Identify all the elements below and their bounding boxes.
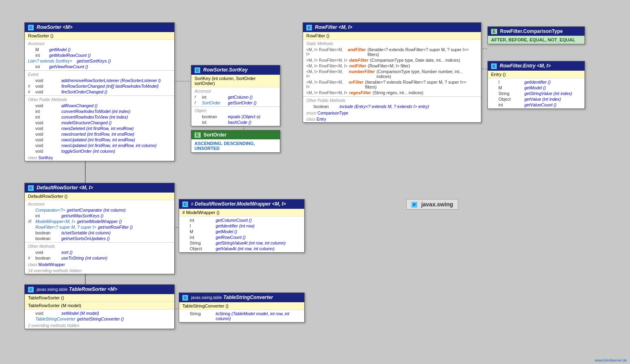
tablerowsorter-pkg: javax.swing.table [37,287,67,292]
drs-row-1: Comparator<?>get/setComparator (int colu… [25,207,174,213]
rf-row-5: <M, I> RowFilter<M, I> orFilter (Iterabl… [303,79,481,90]
modelwrapper-box: C # DefaultRowSorter.ModelWrapper <M, I>… [179,199,305,253]
rowsorter-row-7: #voidfireSortOrderChanged () [25,89,174,95]
rowfilter-body: Static Methods <M, I> RowFilter<M, I> an… [303,40,481,110]
tablestringconverter-body: StringtoString (TableModel model, int ro… [179,310,304,322]
defaultrowsorter-accessor-label: Accessor [25,201,174,207]
rowsorter-title: RowSorter [37,24,61,30]
trs-row-2: TableStringConverterget/setStringConvert… [25,316,174,322]
rowsorter-footer: class SortKey [25,155,174,161]
modelwrapper-body: intgetColumnCount () IgetIdentifier (int… [179,217,304,252]
sortorder-header: E SortOrder [191,130,280,139]
sortkey-row-1: fintgetColumn () [191,94,280,100]
rowsorter-icon: C [28,25,34,30]
mw-row-1: intgetColumnCount () [179,217,304,223]
defaultrowsorter-box: C DefaultRowSorter <M, I> DefaultRowSort… [24,183,175,274]
rowsorter-other-label: Other Public Methods [25,97,174,103]
rowsorter-row-1: MgetModel () [25,47,174,52]
rowfilterentry-constructor: Entry () [488,71,585,78]
tablestringconverter-header: C javax.swing.table TableStringConverter [179,293,304,302]
rowsorter-accessor-label: Accessor [25,41,174,47]
rowsorter-row-5: voidadd/removeRowSorterListener (RowSort… [25,78,174,83]
tablerowsorter-header: C javax.swing.table TableRowSorter <M> [25,285,174,294]
sortkey-header: C RowSorter.SortKey [191,65,280,75]
diagram-container: C RowSorter <M> RowSorter () Accessor Mg… [0,0,630,364]
watermark: www.brindserver.de [595,358,627,362]
rowfilterentry-title: RowFilter.Entry <M, I> [500,63,550,69]
defaultrowsorter-constructor: DefaultRowSorter () [25,193,174,200]
mw-row-3: MgetModel () [179,229,304,234]
rfe-row-1: IgetIdentifier () [488,79,585,85]
drs-row-2: intget/setMaxSortKeys () [25,213,174,219]
rowfilter-footer-class: class Entry [303,116,481,122]
rowsorter-row-12: voidrowsDeleted (int firstRow, int endRo… [25,126,174,131]
drs-row-3: #fModelWrapper<M, I>get/setModelWrapper … [25,219,174,224]
sortkey-icon: C [195,67,200,73]
sortorder-box: E SortOrder ASCENDING, DESCENDING, UNSOR… [191,130,280,153]
sortkey-row-3: booleanequals (Object o) [191,114,280,119]
mw-row-2: IgetIdentifier (int row) [179,223,304,229]
modelwrapper-icon: C [182,202,188,207]
sortkey-box: C RowSorter.SortKey SortKey (int column,… [191,65,280,126]
rowsorter-row-3: List<? extends SortKey> get/setSortKeys … [25,58,174,64]
rfe-row-4: ObjectgetValue (int index) [488,96,585,102]
defaultrowsorter-header: C DefaultRowSorter <M, I> [25,183,174,193]
rf-row-6: <M, I> RowFilter<M, I> regexFilter (Stri… [303,90,481,95]
trs-row-1: voidsetModel (M model) [25,310,174,316]
tablerowsorter-footer: 2 overriding methods hidden [25,323,174,329]
rowfilter-footer-enum: enum ComparisonType [303,110,481,116]
rowsorter-body: Accessor MgetModel () intgetModelRowCoun… [25,40,174,155]
package-label: P javax.swing [406,199,458,210]
tsc-row-1: StringtoString (TableModel model, int ro… [179,311,304,321]
rf-row-4: <M, I> RowFilter<M, I> numberFilter (Com… [303,69,481,79]
sortkey-body: Accessor fintgetColumn () fSortOrdergetS… [191,87,280,126]
sortkey-row-4: inthashCode () [191,119,280,125]
tablerowsorter-constructor2: TableRowSorter (M model) [25,302,174,310]
defaultrowsorter-footer2: 14 overriding methods hidden [25,268,174,274]
mw-row-4: intgetRowCount () [179,234,304,240]
rowfilter-constructor: RowFilter () [303,32,481,40]
sortkey-title: RowSorter.SortKey [203,67,247,73]
sortkey-accessor-label: Accessor [191,88,280,94]
rowsorter-row-8: voidallRowsChanged () [25,103,174,108]
rowsorter-row-11: voidmodelStructureChanged () [25,120,174,126]
rowsorter-header: C RowSorter <M> [25,23,174,32]
rfe-row-2: MgetModel () [488,85,585,91]
modelwrapper-title: DefaultRowSorter.ModelWrapper <M, I> [195,201,286,207]
tablerowsorter-box: C javax.swing.table TableRowSorter <M> T… [24,284,175,329]
rowfilter-static-label: Static Methods [303,41,481,47]
comparisontype-title: RowFilter.ComparisonType [500,28,563,34]
rowfilter-other-label: Other Public Methods [303,98,481,104]
comparisontype-header: E RowFilter.ComparisonType [488,27,585,36]
sortkey-row-2: fSortOrdergetSortOrder () [191,100,280,106]
rowsorter-row-16: voidtoggleSortOrder (int column) [25,148,174,154]
tablestringconverter-constructor: TableStringConverter () [179,302,304,310]
rowfilter-icon: C [306,25,312,30]
drs-row-4: RowFilter<? super M, ? super I>get/setRo… [25,224,174,230]
tablerowsorter-icon: C [28,287,34,292]
tablestringconverter-icon: C [182,295,188,301]
rowfilterentry-header: C RowFilter.Entry <M, I> [488,61,585,71]
sortorder-values: ASCENDING, DESCENDING, UNSORTED [191,139,280,152]
defaultrowsorter-title: DefaultRowSorter [37,185,78,191]
rowfilterentry-icon: C [491,63,497,69]
defaultrowsorter-body: Accessor Comparator<?>get/setComparator … [25,200,174,262]
rowsorter-row-13: voidrowsInserted (int firstRow, int endR… [25,131,174,137]
rowsorter-row-2: intgetModelRowCount () [25,52,174,58]
rowsorter-row-6: #voidfireRowSorterChanged (int[] lastRow… [25,83,174,89]
rowsorter-row-9: intconvertRowIndexToModel (int index) [25,108,174,114]
drs-row-7: voidsort () [25,249,174,255]
rfe-row-3: StringgetStringValue (int index) [488,91,585,96]
sortkey-object-label: Object [191,108,280,114]
rowsorter-constructor: RowSorter () [25,32,174,40]
mw-row-5: StringgetStringValueAt (int row, int col… [179,240,304,246]
rowsorter-row-4: intgetViewRowCount () [25,64,174,69]
tablestringconverter-box: C javax.swing.table TableStringConverter… [179,292,305,323]
rowfilter-title: RowFilter <M, I> [315,24,352,30]
defaultrowsorter-other-label: Other Methods [25,243,174,249]
rowfilter-header: C RowFilter <M, I> [303,23,481,32]
rowsorter-event-label: Event [25,72,174,78]
rowsorter-row-10: intconvertRowIndexToView (int index) [25,114,174,120]
rf-row-3: <M, I> RowFilter<M, I> notFilter (RowFil… [303,63,481,69]
rowfilterentry-box: C RowFilter.Entry <M, I> Entry () IgetId… [487,61,585,109]
